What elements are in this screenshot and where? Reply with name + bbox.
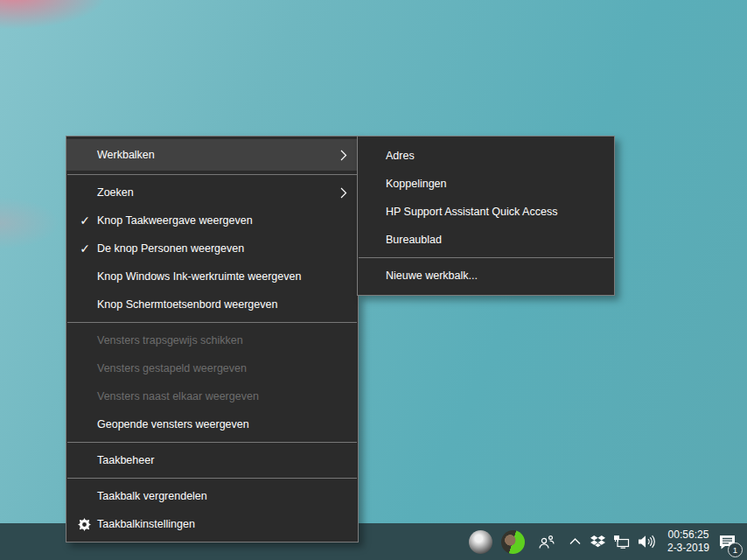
menu-separator (67, 174, 357, 175)
menu-item-knop-personen[interactable]: ✓ De knop Personen weergeven (66, 234, 358, 262)
submenu-item-hp-support-assistant[interactable]: HP Support Assistant Quick Access (358, 198, 614, 226)
menu-item-knop-taakweergave[interactable]: ✓ Knop Taakweergave weergeven (66, 206, 358, 234)
werkbalken-submenu: Adres Koppelingen HP Support Assistant Q… (357, 136, 615, 296)
network-tray-button[interactable] (610, 523, 634, 560)
people-button[interactable] (529, 523, 564, 560)
system-tray: 00:56:25 2-3-2019 1 (464, 523, 747, 560)
chevron-up-icon (569, 538, 581, 545)
menu-item-label: HP Support Assistant Quick Access (386, 206, 557, 218)
menu-item-label: Knop Taakweergave weergeven (97, 214, 253, 227)
menu-item-taakbalk-vergrendelen[interactable]: Taakbalk vergrendelen (66, 482, 358, 510)
people-icon (538, 535, 555, 550)
menu-item-label: Taakbalk vergrendelen (97, 490, 207, 502)
volume-tray-button[interactable] (634, 523, 660, 560)
menu-item-taakbalkinstellingen[interactable]: Taakbalkinstellingen (66, 510, 358, 538)
menu-item-taakbeheer[interactable]: Taakbeheer (66, 446, 358, 474)
menu-item-zoeken[interactable]: Zoeken (66, 178, 358, 206)
menu-item-label: Zoeken (97, 186, 134, 199)
menu-item-label: Knop Schermtoetsenbord weergeven (97, 298, 277, 311)
menu-item-label: Knop Windows Ink-werkruimte weergeven (97, 270, 301, 283)
menu-item-label: Werkbalken (97, 149, 155, 161)
menu-item-knop-schermtoetsenbord[interactable]: Knop Schermtoetsenbord weergeven (66, 290, 358, 318)
clock-date: 2-3-2019 (667, 542, 709, 555)
desktop: 00:56:25 2-3-2019 1 Werkbalken (0, 0, 747, 560)
menu-item-label: Bureaublad (386, 234, 442, 246)
action-center-button[interactable]: 1 (718, 523, 737, 560)
dropbox-icon (590, 536, 605, 549)
menu-separator (67, 478, 357, 479)
submenu-item-nieuwe-werkbalk[interactable]: Nieuwe werkbalk... (358, 262, 614, 290)
menu-item-vensters-trapsgewijs: Vensters trapsgewijs schikken (66, 326, 358, 354)
network-icon (613, 535, 630, 549)
menu-separator (359, 257, 613, 258)
menu-item-label: Vensters gestapeld weergeven (97, 362, 247, 374)
menu-item-label: Adres (386, 150, 415, 162)
dropbox-tray-button[interactable] (587, 523, 610, 560)
menu-item-werkbalken[interactable]: Werkbalken (66, 139, 358, 171)
people-avatar-2[interactable] (497, 523, 529, 560)
menu-item-label: Taakbalkinstellingen (97, 518, 195, 530)
check-icon: ✓ (76, 206, 94, 234)
taskbar-clock[interactable]: 00:56:25 2-3-2019 (667, 523, 709, 560)
notification-badge: 1 (728, 542, 743, 557)
menu-item-vensters-naast-elkaar: Vensters naast elkaar weergeven (66, 382, 358, 410)
menu-item-label: Geopende vensters weergeven (97, 418, 249, 430)
submenu-arrow-icon (340, 178, 347, 206)
avatar (501, 530, 525, 554)
menu-item-vensters-gestapeld: Vensters gestapeld weergeven (66, 354, 358, 382)
menu-item-label: Nieuwe werkbalk... (386, 270, 478, 282)
submenu-item-adres[interactable]: Adres (358, 142, 614, 170)
gear-icon (75, 510, 93, 538)
clock-time: 00:56:25 (668, 528, 709, 542)
menu-item-label: De knop Personen weergeven (97, 242, 244, 255)
volume-icon (638, 535, 656, 549)
menu-item-label: Taakbeheer (97, 454, 154, 466)
check-icon: ✓ (76, 234, 94, 262)
people-avatar-1[interactable] (464, 523, 497, 560)
menu-item-label: Vensters naast elkaar weergeven (97, 390, 259, 402)
menu-item-label: Vensters trapsgewijs schikken (97, 334, 243, 346)
taskbar-context-menu: Werkbalken Zoeken ✓ Knop Taakweergave we… (66, 136, 359, 542)
menu-item-geopende-vensters[interactable]: Geopende vensters weergeven (66, 410, 358, 438)
menu-separator (67, 442, 357, 443)
submenu-item-bureaublad[interactable]: Bureaublad (358, 226, 614, 254)
avatar (469, 530, 492, 554)
submenu-arrow-icon (340, 139, 347, 171)
menu-item-knop-windows-ink[interactable]: Knop Windows Ink-werkruimte weergeven (66, 262, 358, 290)
menu-item-label: Koppelingen (386, 178, 447, 190)
tray-expand-button[interactable] (564, 523, 587, 560)
menu-separator (67, 322, 357, 323)
submenu-item-koppelingen[interactable]: Koppelingen (358, 170, 614, 198)
